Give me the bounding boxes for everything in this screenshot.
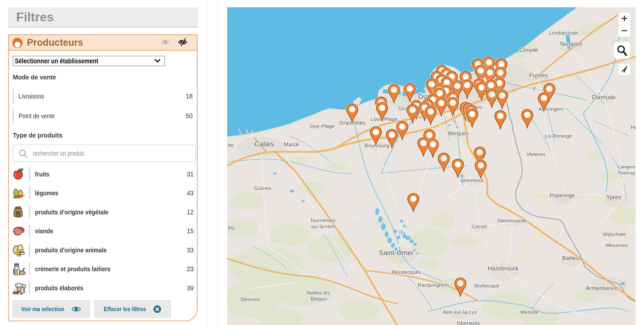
- svg-text:Langem: Langem: [618, 164, 635, 169]
- svg-text:Dixmude: Dixmude: [592, 94, 616, 101]
- svg-text:Aire-sur-la-Lys: Aire-sur-la-Lys: [443, 309, 477, 315]
- svg-text:Ypres: Ypres: [606, 194, 622, 201]
- svg-text:Poperinge: Poperinge: [550, 192, 575, 199]
- svg-text:Hazebrouck: Hazebrouck: [488, 265, 519, 272]
- svg-text:Marck: Marck: [284, 141, 299, 148]
- svg-text:Oye-Plage: Oye-Plage: [310, 123, 335, 129]
- svg-text:éty: éty: [228, 225, 235, 230]
- svg-text:Saint-Omer: Saint-Omer: [379, 249, 414, 257]
- svg-text:sur-la-Hem: sur-la-Hem: [311, 224, 336, 229]
- svg-text:Nieuport: Nieuport: [560, 41, 582, 47]
- svg-text:tte: tte: [228, 142, 234, 148]
- svg-text:Tournehem-: Tournehem-: [310, 218, 337, 223]
- svg-text:Isbergues: Isbergues: [457, 320, 480, 325]
- svg-text:Poelcap: Poelcap: [618, 170, 635, 175]
- svg-text:Guînes: Guînes: [254, 185, 271, 191]
- svg-text:Merville: Merville: [520, 309, 539, 315]
- svg-text:Morbecque: Morbecque: [474, 283, 499, 289]
- svg-text:Bailleul: Bailleul: [562, 255, 580, 261]
- svg-text:Coxyde: Coxyde: [519, 47, 538, 53]
- svg-text:Wijtschate: Wijtschate: [603, 231, 626, 237]
- svg-text:Racquinghem: Racquinghem: [418, 282, 449, 288]
- svg-text:Desvres: Desvres: [240, 296, 260, 302]
- svg-text:Bléquin: Bléquin: [311, 296, 328, 302]
- svg-text:Nielles-lès-: Nielles-lès-: [307, 290, 332, 296]
- svg-text:Lo-Reninge: Lo-Reninge: [545, 133, 572, 139]
- svg-text:Calais: Calais: [254, 140, 274, 148]
- svg-text:Lombartzyde: Lombartzyde: [549, 30, 578, 36]
- svg-text:Vleteren: Vleteren: [527, 152, 545, 157]
- svg-text:Hou: Hou: [631, 124, 636, 130]
- svg-text:Bergues: Bergues: [448, 130, 469, 136]
- svg-text:Armentières: Armentières: [586, 285, 617, 292]
- svg-text:Furnes: Furnes: [529, 72, 548, 79]
- svg-text:Cassel: Cassel: [471, 224, 487, 229]
- svg-text:y: y: [533, 84, 536, 90]
- svg-text:Blendecques: Blendecques: [392, 269, 421, 275]
- svg-text:Steenvoorde: Steenvoorde: [497, 218, 527, 223]
- svg-text:Messines: Messines: [606, 242, 628, 248]
